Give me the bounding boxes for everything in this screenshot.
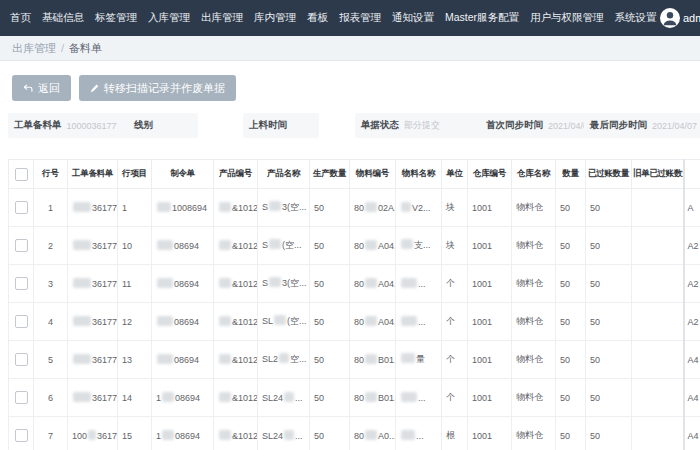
- redacted-blur: [365, 316, 377, 326]
- row-checkbox-cell: [9, 265, 34, 303]
- cell: 块: [442, 189, 468, 227]
- cell: 50: [310, 265, 350, 303]
- row-checkbox[interactable]: [15, 391, 28, 404]
- cell: A4: [684, 379, 700, 417]
- table-row[interactable]: 2361771008694&1012...S(空...5080A04...支..…: [9, 227, 700, 265]
- table-row[interactable]: 13617711008694&1012...S3(空...508002A...V…: [9, 189, 700, 227]
- nav-item-6[interactable]: 库内管理: [254, 11, 296, 25]
- cell: S3(空...: [258, 189, 310, 227]
- cell: 14: [118, 379, 152, 417]
- cell: 80B01...: [350, 341, 396, 379]
- row-checkbox-cell: [9, 341, 34, 379]
- row-checkbox[interactable]: [15, 429, 28, 442]
- user-name: admin: [683, 12, 700, 24]
- row-checkbox[interactable]: [15, 353, 28, 366]
- table-row[interactable]: 63617714108694&1012...SL24...5080B01....…: [9, 379, 700, 417]
- nav-item-12[interactable]: 系统设置: [615, 11, 657, 25]
- column-header-13: 数量: [556, 160, 586, 189]
- column-header-14: 已过账数量: [586, 160, 632, 189]
- cell: 50: [310, 417, 350, 450]
- cell: 80A04...: [350, 303, 396, 341]
- table-row[interactable]: 71003617715108694&1012...SL24...5080A0..…: [9, 417, 700, 450]
- row-checkbox[interactable]: [15, 201, 28, 214]
- column-header-2: 工单备料单: [68, 160, 118, 189]
- breadcrumb-section[interactable]: 出库管理: [12, 41, 56, 56]
- filter-label: 首次同步时间: [486, 119, 543, 132]
- cell: 36177: [68, 379, 118, 417]
- cell: 08694: [152, 341, 214, 379]
- cell: 13: [118, 341, 152, 379]
- cell: &1012...: [214, 227, 258, 265]
- cell: SL(空...: [258, 303, 310, 341]
- transfer-void-button[interactable]: 转移扫描记录并作废单据: [79, 75, 236, 101]
- cell: 10: [118, 227, 152, 265]
- redacted-blur: [73, 202, 91, 212]
- cell: A2: [684, 265, 700, 303]
- cell: 50: [310, 227, 350, 265]
- table-row[interactable]: 3361771108694&1012...S3(空...5080A04.....…: [9, 265, 700, 303]
- cell: 个: [442, 265, 468, 303]
- cell: 1: [118, 189, 152, 227]
- nav-item-9[interactable]: 通知设置: [392, 11, 434, 25]
- nav-item-5[interactable]: 出库管理: [201, 11, 243, 25]
- cell: ...: [396, 379, 442, 417]
- redacted-blur: [365, 240, 377, 250]
- redacted-blur: [274, 315, 286, 325]
- cell: 根: [442, 417, 468, 450]
- cell: 50: [556, 303, 586, 341]
- cell: 1008694: [152, 189, 214, 227]
- redacted-blur: [365, 392, 377, 402]
- cell: 50: [556, 341, 586, 379]
- redacted-blur: [157, 316, 173, 326]
- cell: &1012...: [214, 379, 258, 417]
- nav-item-8[interactable]: 报表管理: [339, 11, 381, 25]
- cell: ...: [396, 417, 442, 450]
- filter-field-2: 线别: [128, 113, 198, 138]
- cell: 50: [586, 265, 632, 303]
- column-header-11: 仓库编号: [468, 160, 512, 189]
- nav-item-1[interactable]: 首页: [10, 11, 31, 25]
- redacted-blur: [219, 430, 231, 440]
- user-menu[interactable]: admin: [660, 0, 700, 36]
- cell: 2: [34, 227, 68, 265]
- cell: 50: [310, 303, 350, 341]
- cell: 50: [310, 189, 350, 227]
- table-row[interactable]: 4361771208694&1012...SL(空...5080A04.....…: [9, 303, 700, 341]
- column-header-4: 制令单: [152, 160, 214, 189]
- filter-value: 2021/04/07 16:04:: [652, 121, 700, 131]
- nav-item-11[interactable]: 用户与权限管理: [530, 11, 604, 25]
- column-header-6: 产品名称: [258, 160, 310, 189]
- cell: 物料仓: [512, 303, 556, 341]
- row-checkbox[interactable]: [15, 239, 28, 252]
- cell: 80A04...: [350, 265, 396, 303]
- cell: 08694: [152, 303, 214, 341]
- filter-label: 工单备料单: [14, 119, 62, 132]
- table-row[interactable]: 5361771308694&1012...SL2空...5080B01...量个…: [9, 341, 700, 379]
- cell: 50: [556, 417, 586, 450]
- redacted-blur: [157, 278, 173, 288]
- row-checkbox[interactable]: [15, 315, 28, 328]
- cell: SL24...: [258, 379, 310, 417]
- nav-item-3[interactable]: 标签管理: [95, 11, 137, 25]
- nav-item-7[interactable]: 看板: [307, 11, 328, 25]
- select-all-checkbox[interactable]: [15, 168, 28, 181]
- row-checkbox[interactable]: [15, 277, 28, 290]
- row-checkbox-cell: [9, 303, 34, 341]
- cell: 支...: [396, 227, 442, 265]
- column-header-9: 物料名称: [396, 160, 442, 189]
- cell: 6: [34, 379, 68, 417]
- cell: 4: [34, 303, 68, 341]
- redacted-blur: [365, 354, 377, 364]
- cell: 1001: [468, 265, 512, 303]
- cell: 1001: [468, 303, 512, 341]
- nav-item-10[interactable]: Master服务配置: [445, 11, 519, 25]
- nav-item-2[interactable]: 基础信息: [42, 11, 84, 25]
- back-button[interactable]: 返回: [12, 75, 71, 101]
- cell: [632, 265, 684, 303]
- nav-item-4[interactable]: 入库管理: [148, 11, 190, 25]
- cell: 1001: [468, 341, 512, 379]
- row-checkbox-cell: [9, 227, 34, 265]
- redacted-blur: [162, 392, 174, 402]
- cell: 36177: [68, 341, 118, 379]
- breadcrumb-page: 备料单: [69, 41, 102, 56]
